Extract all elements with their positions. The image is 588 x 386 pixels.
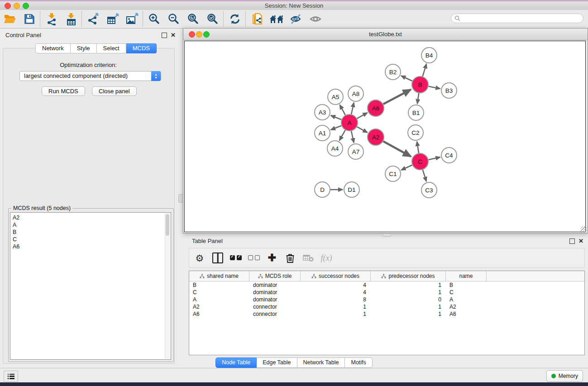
import-table-button[interactable] xyxy=(61,11,81,27)
network-node-C[interactable]: C xyxy=(412,153,428,170)
mcds-result-list[interactable]: A2ABCA6 xyxy=(10,212,171,360)
network-edge-C-C3[interactable] xyxy=(423,170,426,181)
network-node-B[interactable]: B xyxy=(412,76,428,93)
network-edge-B-B4[interactable] xyxy=(423,64,426,76)
tab-style[interactable]: Style xyxy=(71,43,97,53)
network-edge-A6-B[interactable] xyxy=(383,90,411,104)
home-button[interactable] xyxy=(267,11,286,27)
network-window-titlebar[interactable]: testGlobe.txt xyxy=(183,29,588,40)
show-panels-button[interactable] xyxy=(306,11,325,27)
clone-network-button[interactable] xyxy=(247,11,267,27)
network-node-B3[interactable]: B3 xyxy=(441,83,457,98)
network-edge-B-B2[interactable] xyxy=(401,76,412,81)
network-edge-C-C4[interactable] xyxy=(429,157,440,160)
memory-button[interactable]: Memory xyxy=(546,370,583,382)
network-node-A7[interactable]: A7 xyxy=(348,144,363,159)
delete-column-button[interactable] xyxy=(283,251,297,265)
horizontal-splitter-handle[interactable] xyxy=(382,234,391,237)
task-history-button[interactable] xyxy=(4,371,18,382)
network-edge-B-B3[interactable] xyxy=(429,86,440,89)
network-node-A3[interactable]: A3 xyxy=(315,105,330,120)
column-header-MCDS-role[interactable]: MCDS role xyxy=(249,271,301,281)
tab-select[interactable]: Select xyxy=(97,43,126,53)
column-header-predecessor-nodes[interactable]: predecessor nodes xyxy=(371,271,446,281)
zoom-fit-button[interactable] xyxy=(183,11,203,27)
float-table-panel-icon[interactable] xyxy=(569,238,575,244)
close-table-panel-icon[interactable]: ✕ xyxy=(578,239,583,243)
table-row[interactable]: A2connector11A2 xyxy=(189,303,584,310)
delete-table-button[interactable] xyxy=(301,251,315,265)
network-canvas[interactable]: B4B2BB3A8A5A6A3B1AC2A1A2A4A7C4CC1C3DD1 xyxy=(184,41,586,232)
tab-network[interactable]: Network xyxy=(35,43,71,53)
network-node-A2[interactable]: A2 xyxy=(368,129,384,145)
network-node-B1[interactable]: B1 xyxy=(408,105,424,120)
table-row[interactable]: A6connector11A6 xyxy=(189,310,584,318)
mcds-result-item[interactable]: B xyxy=(13,229,171,236)
mcds-result-item[interactable]: A6 xyxy=(13,243,171,250)
network-node-B4[interactable]: B4 xyxy=(421,48,437,63)
network-node-B2[interactable]: B2 xyxy=(385,64,401,80)
close-panel-button[interactable]: Close panel xyxy=(92,86,137,96)
network-edge-A-A4[interactable] xyxy=(339,130,345,141)
tab-edge-table[interactable]: Edge Table xyxy=(257,357,297,368)
table-row[interactable]: Adominator80A xyxy=(189,296,584,303)
table-row[interactable]: Bdominator41B xyxy=(189,281,584,289)
window-resize-grip[interactable] xyxy=(581,226,587,233)
zoom-out-button[interactable] xyxy=(164,11,183,27)
network-edge-A-A5[interactable] xyxy=(340,105,345,115)
criterion-dropdown[interactable]: largest connected component (directed) ▲… xyxy=(19,71,161,81)
float-panel-icon[interactable] xyxy=(162,33,167,38)
tab-motifs[interactable]: Motifs xyxy=(345,357,372,368)
refresh-button[interactable] xyxy=(225,11,244,27)
save-session-button[interactable] xyxy=(19,11,39,27)
network-node-A1[interactable]: A1 xyxy=(315,125,330,141)
show-columns-button[interactable] xyxy=(211,251,225,265)
network-edge-A-A3[interactable] xyxy=(331,115,341,119)
network-edge-A2-C[interactable] xyxy=(383,141,411,157)
deselect-all-button[interactable] xyxy=(247,251,261,265)
network-node-A8[interactable]: A8 xyxy=(348,86,363,101)
network-edge-A-A6[interactable] xyxy=(357,113,368,119)
zoom-selected-button[interactable] xyxy=(203,11,222,27)
add-column-button[interactable]: ✚ xyxy=(265,251,279,265)
column-header-successor-nodes[interactable]: successor nodes xyxy=(301,271,371,281)
mcds-result-item[interactable]: A xyxy=(13,221,171,229)
network-edge-C-C2[interactable] xyxy=(417,142,419,153)
export-image-button[interactable] xyxy=(122,11,142,27)
tab-network-table[interactable]: Network Table xyxy=(297,357,345,368)
mcds-result-item[interactable]: A2 xyxy=(13,214,171,221)
network-node-C4[interactable]: C4 xyxy=(441,148,457,163)
network-edge-A-A2[interactable] xyxy=(357,127,368,133)
table-row[interactable]: Cdominator41C xyxy=(189,289,584,296)
network-node-A4[interactable]: A4 xyxy=(327,141,343,156)
network-node-D1[interactable]: D1 xyxy=(344,182,359,197)
mcds-list-scrollbar[interactable] xyxy=(165,213,170,359)
function-builder-button[interactable]: f(x) xyxy=(320,251,333,265)
run-mcds-button[interactable]: Run MCDS xyxy=(42,86,85,96)
open-session-button[interactable] xyxy=(0,11,19,27)
zoom-in-button[interactable] xyxy=(144,11,164,27)
tab-node-table[interactable]: Node Table xyxy=(215,357,257,368)
node-table[interactable]: shared nameMCDS rolesuccessor nodesprede… xyxy=(189,271,585,355)
network-node-A5[interactable]: A5 xyxy=(328,89,343,105)
network-edge-B-B1[interactable] xyxy=(417,93,419,104)
export-table-button[interactable] xyxy=(103,11,122,27)
network-node-C2[interactable]: C2 xyxy=(408,125,423,140)
network-node-A6[interactable]: A6 xyxy=(368,100,384,116)
network-edge-A-A1[interactable] xyxy=(331,126,341,130)
hide-panels-button[interactable] xyxy=(286,11,306,27)
close-panel-icon[interactable]: ✕ xyxy=(171,33,176,38)
network-node-C1[interactable]: C1 xyxy=(385,166,401,181)
network-edge-A-A8[interactable] xyxy=(351,103,354,114)
table-settings-button[interactable]: ⚙ xyxy=(193,251,206,265)
mcds-result-item[interactable]: C xyxy=(13,236,171,243)
import-network-button[interactable] xyxy=(42,11,61,27)
network-edge-A-A7[interactable] xyxy=(351,131,354,143)
column-header-shared-name[interactable]: shared name xyxy=(189,271,249,281)
column-header-name[interactable]: name xyxy=(446,271,487,281)
search-input[interactable] xyxy=(451,14,583,23)
network-edge-C-C1[interactable] xyxy=(401,165,412,170)
network-node-A[interactable]: A xyxy=(341,114,358,131)
network-graph[interactable]: B4B2BB3A8A5A6A3B1AC2A1A2A4A7C4CC1C3DD1 xyxy=(185,41,585,232)
network-node-D[interactable]: D xyxy=(315,182,330,197)
